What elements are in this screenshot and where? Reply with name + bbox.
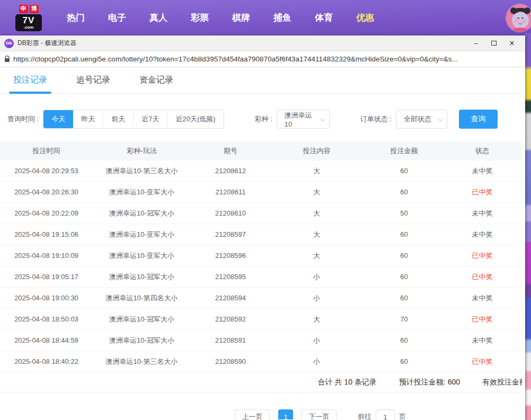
column-header: 投注金额 <box>363 146 445 156</box>
nav-item[interactable]: 电子 <box>101 12 134 24</box>
summary-record-count: 合计 共 10 条记录 <box>318 378 377 387</box>
cell-content: 大 <box>270 187 363 197</box>
nav-item[interactable]: 热门 <box>59 12 92 24</box>
lottery-select[interactable]: 澳洲幸运10 <box>277 110 330 129</box>
time-option[interactable]: 近7天 <box>133 110 167 128</box>
logo-suffix-text: .com <box>24 25 34 30</box>
tab-inactive[interactable]: 追号记录 <box>76 67 110 94</box>
cell-content: 小 <box>270 293 363 303</box>
cell-play: 澳洲幸运10-第四名大小 <box>93 293 191 303</box>
site-nav: 申 博 7V .com 热门电子真人彩票棋牌捕鱼体育优惠 <box>0 0 531 35</box>
cell-status: 未中奖 <box>445 336 519 345</box>
active-tab-underline <box>9 92 51 94</box>
maximize-button[interactable] <box>485 37 503 50</box>
time-filter-label: 查询时间 : <box>7 114 39 124</box>
chevron-down-icon <box>320 116 325 121</box>
window-titlebar[interactable]: DB DB彩票 - 极速浏览器 – ✕ <box>0 35 525 51</box>
table-row: 2025-04-08 20:22:09澳洲幸运10-冠军大小21208610大5… <box>0 203 522 224</box>
cell-time: 2025-04-08 19:00:30 <box>0 294 93 302</box>
cell-play: 澳洲幸运10-冠军大小 <box>93 272 191 282</box>
minimize-button[interactable]: – <box>467 37 485 50</box>
url-text[interactable]: https://ctopcp02pcali.uengi5e.com/lotter… <box>13 55 458 63</box>
cell-status: 未中奖 <box>445 293 519 303</box>
prev-page-button[interactable]: 上一页 <box>235 409 270 419</box>
cell-time: 2025-04-08 18:40:22 <box>0 358 93 365</box>
time-option[interactable]: 近20天(低频) <box>167 110 223 128</box>
time-option[interactable]: 今天 <box>43 110 73 128</box>
cell-status: 未中奖 <box>445 166 519 176</box>
cell-issue: 21208610 <box>191 209 270 217</box>
browser-app-icon: DB <box>4 39 14 48</box>
cell-issue: 21208594 <box>191 294 270 302</box>
cell-status: 未中奖 <box>445 230 519 239</box>
cell-play: 澳洲幸运10-第三名大小 <box>93 357 191 367</box>
cell-amount: 60 <box>363 188 445 196</box>
chevron-down-icon <box>438 116 443 121</box>
cell-time: 2025-04-08 20:22:09 <box>0 209 93 217</box>
next-page-button[interactable]: 下一页 <box>302 409 337 419</box>
nav-item[interactable]: 真人 <box>142 12 175 24</box>
logo-badge-right: 博 <box>30 5 39 13</box>
search-button[interactable]: 查询 <box>459 110 498 129</box>
cell-content: 大 <box>270 230 363 239</box>
cell-issue: 21208592 <box>191 315 270 323</box>
column-header: 期号 <box>191 146 270 156</box>
tab-inactive[interactable]: 资金记录 <box>139 67 173 94</box>
cell-content: 小 <box>270 272 363 282</box>
bet-records-table: 投注时间彩种-玩法期号投注内容投注金额状态 2025-04-08 20:29:5… <box>0 141 522 372</box>
summary-valid-amount: 有效投注金额 <box>482 378 522 387</box>
user-avatar[interactable] <box>506 4 531 32</box>
cell-status: 已中奖 <box>445 187 519 197</box>
nav-item[interactable]: 捕鱼 <box>266 12 299 24</box>
time-option[interactable]: 昨天 <box>73 110 103 128</box>
cell-amount: 70 <box>363 315 445 323</box>
screen: 申 博 7V .com 热门电子真人彩票棋牌捕鱼体育优惠 <box>0 0 531 420</box>
order-status-value: 全部状态 <box>404 114 431 124</box>
table-body: 2025-04-08 20:29:53澳洲幸运10-第三名大小21208612大… <box>0 160 522 372</box>
table-header-row: 投注时间彩种-玩法期号投注内容投注金额状态 <box>0 141 522 160</box>
address-bar[interactable]: https://ctopcp02pcali.uengi5e.com/lotter… <box>0 51 525 67</box>
summary-bar: 合计 共 10 条记录 预计投注金额: 600 有效投注金额 <box>0 372 522 392</box>
site-logo[interactable]: 申 博 7V .com <box>15 5 42 31</box>
avatar-illustration <box>506 4 531 32</box>
logo-box: 7V .com <box>15 14 42 31</box>
browser-window: DB DB彩票 - 极速浏览器 – ✕ https://ctopcp02pcal… <box>0 35 525 420</box>
nav-item[interactable]: 彩票 <box>183 12 216 24</box>
pagination: 上一页 1 下一页 前往 页 <box>235 409 525 419</box>
filter-bar: 查询时间 : 今天昨天前天近7天近20天(低频) 彩种 : 澳洲幸运10 订单状… <box>7 110 525 129</box>
cell-play: 澳洲幸运10-第三名大小 <box>93 166 191 176</box>
lock-icon <box>4 56 10 62</box>
current-page-button[interactable]: 1 <box>278 409 293 419</box>
cell-amount: 60 <box>363 230 445 238</box>
logo-brand-text: 7V <box>23 16 35 25</box>
logo-badge-left: 申 <box>19 5 28 13</box>
nav-item[interactable]: 优惠 <box>349 12 382 24</box>
cell-issue: 21208595 <box>191 273 270 281</box>
cell-time: 2025-04-08 18:50:03 <box>0 315 93 323</box>
cell-issue: 21208591 <box>191 336 270 344</box>
column-header: 彩种-玩法 <box>93 146 191 156</box>
table-row: 2025-04-08 19:10:09澳洲幸运10-亚军大小21208596大6… <box>0 245 522 266</box>
lottery-filter-label: 彩种 : <box>255 114 272 124</box>
cell-play: 澳洲幸运10-冠军大小 <box>93 315 191 324</box>
tab-active[interactable]: 投注记录 <box>13 67 47 94</box>
cell-status: 已中奖 <box>445 272 519 282</box>
goto-page-label: 前往 <box>358 412 371 419</box>
table-row: 2025-04-08 19:05:17澳洲幸运10-冠军大小21208595小6… <box>0 266 522 288</box>
tab-bar: 投注记录追号记录资金记录 <box>0 67 525 94</box>
cell-issue: 21208590 <box>191 358 270 365</box>
column-header: 投注时间 <box>0 146 93 156</box>
table-row: 2025-04-08 18:50:03澳洲幸运10-冠军大小21208592大7… <box>0 309 522 330</box>
cell-time: 2025-04-08 19:05:17 <box>0 273 93 281</box>
cell-issue: 21208611 <box>191 188 270 196</box>
order-status-select[interactable]: 全部状态 <box>396 110 447 129</box>
cell-amount: 50 <box>363 209 445 217</box>
time-option[interactable]: 前天 <box>103 110 133 128</box>
goto-page-input[interactable] <box>376 409 395 419</box>
nav-item[interactable]: 体育 <box>307 12 340 24</box>
cell-time: 2025-04-08 20:26:30 <box>0 188 93 196</box>
cell-status: 已中奖 <box>445 315 519 324</box>
close-button[interactable]: ✕ <box>503 37 521 50</box>
nav-item[interactable]: 棋牌 <box>225 12 258 24</box>
cell-content: 大 <box>270 315 363 324</box>
